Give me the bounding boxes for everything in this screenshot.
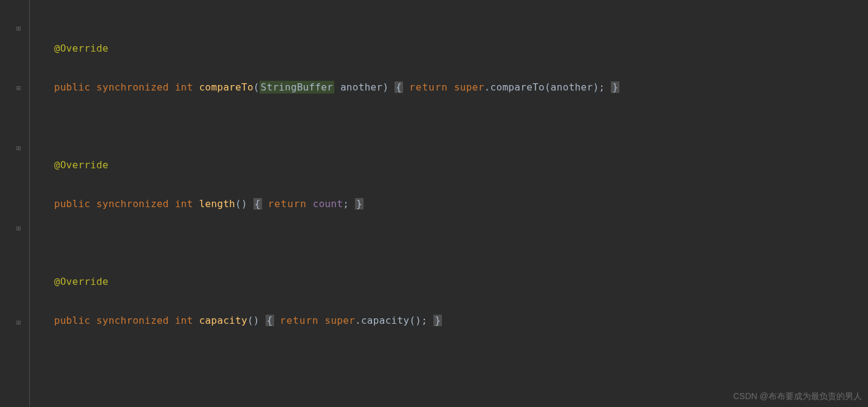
fold-icon[interactable]: ⊞ (16, 24, 21, 33)
code-line: @Override (27, 156, 681, 175)
fold-icon[interactable]: ⊞ (16, 318, 21, 327)
code-line: public synchronized int length() { retur… (27, 194, 681, 214)
annotation: @Override (54, 43, 108, 54)
keyword-synchronized: synchronized (97, 81, 169, 93)
field-ref: count (312, 198, 343, 210)
code-line: public synchronized int capacity() { ret… (27, 311, 681, 330)
param-type-highlight: StringBuffer (260, 81, 334, 94)
param-name: another (340, 81, 383, 93)
code-line: @Override (27, 39, 681, 58)
watermark: CSDN @布布要成为最负责的男人 (733, 391, 862, 402)
annotation: @Override (54, 276, 108, 287)
keyword-int: int (175, 81, 193, 93)
fold-icon[interactable]: ⊞ (16, 144, 21, 152)
fold-icon[interactable]: ⊞ (16, 224, 21, 233)
gutter: ⊞ ⊞ ⊞ ⊞ ⊞ (0, 0, 27, 407)
keyword-public: public (54, 81, 91, 93)
annotation: @Override (54, 159, 108, 171)
code-line: public synchronized int compareTo(String… (27, 78, 681, 97)
method-name: compareTo (199, 81, 253, 93)
method-name: length (199, 198, 235, 210)
code-line: @Override (27, 272, 681, 292)
method-name: capacity (199, 315, 247, 326)
code-editor[interactable]: @Override public synchronized int compar… (27, 0, 681, 407)
fold-icon[interactable]: ⊞ (16, 84, 21, 92)
